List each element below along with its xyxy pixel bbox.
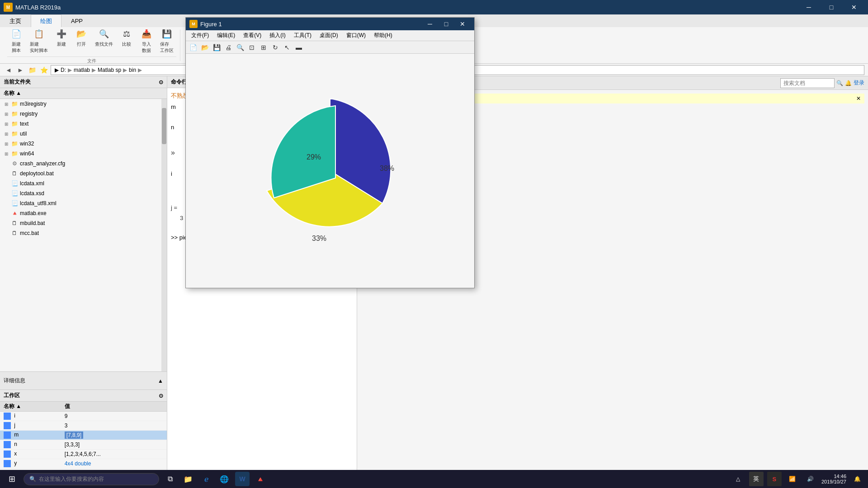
menu-view[interactable]: 查看(V) — [240, 31, 265, 40]
fig-save-btn[interactable]: 💾 — [211, 42, 222, 53]
file-item-mcc-bat[interactable]: 🗒 mcc.bat — [0, 228, 167, 238]
tray-notification[interactable]: 🔔 — [850, 472, 864, 486]
start-button[interactable]: ⊞ — [4, 471, 20, 487]
taskbar-edge[interactable]: ℯ — [199, 472, 213, 486]
menu-file[interactable]: 文件(F) — [188, 31, 212, 40]
nav-up-button[interactable]: 📁 — [27, 65, 37, 75]
menu-window[interactable]: 窗口(W) — [343, 31, 369, 40]
file-item-util[interactable]: ⊞ 📁 util — [0, 129, 167, 139]
tab-plot[interactable]: 绘图 — [31, 14, 61, 27]
scrollbar-thumb[interactable] — [162, 108, 166, 144]
workspace-row-y[interactable]: y 4x4 double — [0, 459, 167, 469]
new-live-script-button[interactable]: 📋 新建实时脚本 — [27, 27, 51, 55]
tab-home[interactable]: 主页 — [0, 14, 31, 27]
tray-sogou[interactable]: S — [767, 472, 782, 486]
notification-icon[interactable]: 🔔 — [845, 80, 852, 86]
find-file-button[interactable]: 🔍 查找文件 — [92, 27, 116, 55]
tab-app[interactable]: APP — [61, 14, 92, 27]
menu-help[interactable]: 帮助(H) — [370, 31, 396, 40]
new-script-button[interactable]: 📄 新建脚本 — [7, 27, 25, 55]
figure-maximize-button[interactable]: □ — [438, 18, 454, 30]
cmd-expand-icon[interactable]: » — [171, 149, 175, 157]
fig-rotate-btn[interactable]: ↻ — [270, 42, 281, 53]
taskbar-browser[interactable]: 🌐 — [217, 472, 231, 486]
fig-brush-btn[interactable]: ▬ — [293, 42, 304, 53]
details-collapse-btn[interactable]: ▲ — [158, 378, 163, 384]
editor-close-icon[interactable]: ✕ — [856, 95, 861, 102]
fig-print-btn[interactable]: 🖨 — [223, 42, 234, 53]
fig-cursor-btn[interactable]: ↖ — [282, 42, 292, 53]
open-button[interactable]: 📂 打开 — [72, 27, 90, 55]
workspace-row-j[interactable]: j 3 — [0, 421, 167, 431]
menu-desktop[interactable]: 桌面(D) — [316, 31, 342, 40]
workspace-row-i[interactable]: i 9 — [0, 412, 167, 421]
nav-bookmark-button[interactable]: ⭐ — [39, 65, 49, 75]
tray-ime[interactable]: 英 — [749, 472, 764, 486]
figure-minimize-button[interactable]: ─ — [422, 18, 438, 30]
expand-icon[interactable]: ⊞ — [4, 141, 9, 146]
folder-icon: 📁 — [11, 130, 18, 137]
expand-placeholder — [4, 201, 9, 206]
file-item-win32[interactable]: ⊞ 📁 win32 — [0, 139, 167, 149]
nav-back-button[interactable]: ◄ — [4, 65, 14, 75]
tray-up-arrow[interactable]: △ — [731, 472, 745, 486]
import-button[interactable]: 📥 导入数据 — [137, 27, 156, 55]
tray-network[interactable]: 📶 — [785, 472, 800, 486]
label-38: 38% — [380, 164, 394, 172]
expand-icon[interactable]: ⊞ — [4, 151, 9, 156]
expand-icon[interactable]: ⊞ — [4, 121, 9, 127]
file-item-mbuild-bat[interactable]: 🗒 mbuild.bat — [0, 218, 167, 228]
workspace-row-n[interactable]: n [3,3,3] — [0, 440, 167, 450]
file-item-deploytool[interactable]: 🗒 deploytool.bat — [0, 169, 167, 178]
tray-volume[interactable]: 🔊 — [803, 472, 818, 486]
file-item-lcdata-utf8-xml[interactable]: 📃 lcdata_utf8.xml — [0, 198, 167, 208]
fig-new-btn[interactable]: 📄 — [188, 42, 198, 53]
maximize-button[interactable]: □ — [821, 0, 842, 14]
figure-close-button[interactable]: ✕ — [454, 18, 471, 30]
exe-file-icon: 🔺 — [11, 210, 18, 217]
ribbon-group-file-label: 文件 — [7, 56, 176, 64]
file-item-m3iregistry[interactable]: ⊞ 📁 m3iregistry — [0, 99, 167, 109]
save-workspace-button[interactable]: 💾 保存工作区 — [157, 27, 176, 55]
login-btn[interactable]: 登录 — [854, 79, 864, 87]
search-input[interactable] — [780, 78, 835, 88]
file-list-scrollbar[interactable] — [161, 99, 167, 371]
fig-open-btn[interactable]: 📂 — [199, 42, 210, 53]
figure-titlebar: M Figure 1 ─ □ ✕ — [186, 18, 474, 30]
workspace-col-value[interactable]: 值 — [61, 402, 167, 412]
taskbar-search[interactable]: 🔍 在这里输入你要搜索的内容 — [24, 473, 159, 485]
new-button[interactable]: ➕ 新建 — [52, 27, 71, 55]
nav-forward-button[interactable]: ► — [15, 65, 25, 75]
file-item-registry[interactable]: ⊞ 📁 registry — [0, 109, 167, 119]
file-item-win64[interactable]: ⊞ 📁 win64 — [0, 149, 167, 159]
expand-icon[interactable]: ⊞ — [4, 131, 9, 136]
menu-edit[interactable]: 编辑(E) — [213, 31, 239, 40]
menu-tools[interactable]: 工具(T) — [290, 31, 315, 40]
file-item-matlab-exe[interactable]: 🔺 matlab.exe — [0, 208, 167, 218]
file-item-text[interactable]: ⊞ 📁 text — [0, 119, 167, 129]
close-button[interactable]: ✕ — [844, 0, 864, 14]
workspace-options-btn[interactable]: ⊙ — [159, 393, 163, 399]
fig-zoom-in-btn[interactable]: 🔍 — [235, 42, 245, 53]
file-item-lcdata-xml[interactable]: 📃 lcdata.xml — [0, 178, 167, 188]
taskbar-word[interactable]: W — [235, 472, 250, 486]
taskbar-task-view[interactable]: ⧉ — [163, 472, 177, 486]
matlab-main-window: M MATLAB R2019a ─ □ ✕ 主页 绘图 APP 📄 新建脚本 — [0, 0, 868, 488]
expand-icon[interactable]: ⊞ — [4, 111, 9, 117]
compare-button[interactable]: ⚖ 比较 — [118, 27, 136, 55]
minimize-button[interactable]: ─ — [798, 0, 819, 14]
file-item-crash-analyzer[interactable]: ⚙ crash_analyzer.cfg — [0, 159, 167, 169]
search-icon[interactable]: 🔍 — [836, 80, 843, 86]
expand-icon[interactable]: ⊞ — [4, 101, 9, 107]
menu-insert[interactable]: 插入(I) — [266, 31, 289, 40]
workspace-col-name[interactable]: 名称 ▲ — [0, 402, 61, 412]
file-item-lcdata-xsd[interactable]: 📃 lcdata.xsd — [0, 188, 167, 198]
fig-zoom-out-btn[interactable]: ⊡ — [246, 42, 257, 53]
file-browser-col-header[interactable]: 名称 ▲ — [0, 88, 167, 99]
workspace-row-x[interactable]: x [1,2,3;4,5,6;7... — [0, 450, 167, 459]
taskbar-file-explorer[interactable]: 📁 — [181, 472, 195, 486]
fig-pan-btn[interactable]: ⊞ — [258, 42, 269, 53]
taskbar-matlab-running[interactable]: 🔺 — [253, 472, 268, 486]
workspace-row-m[interactable]: m [7,8,9] — [0, 431, 167, 440]
expand-placeholder — [4, 181, 9, 186]
